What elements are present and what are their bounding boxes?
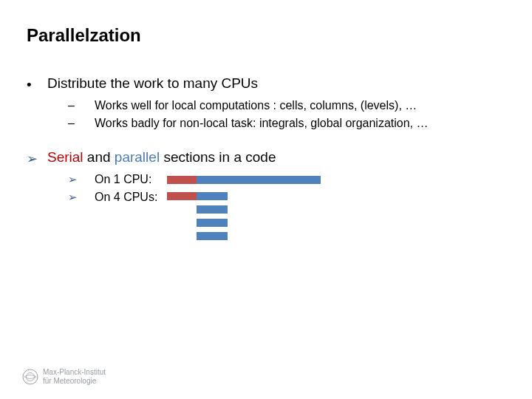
- bar-line: [167, 205, 228, 214]
- segment-parallel: [197, 232, 228, 240]
- segment-parallel: [197, 192, 228, 200]
- sub-list: – Works well for local computations : ce…: [68, 99, 505, 130]
- bar-line: [167, 192, 228, 200]
- footer-line2: für Meteorologie: [43, 377, 106, 386]
- institute-logo-icon: [22, 369, 38, 385]
- bullet-text-sections: Serial and parallel sections in a code: [47, 149, 276, 166]
- arrow-right-icon: ➢: [68, 191, 95, 204]
- dash-icon: –: [68, 117, 95, 130]
- segment-spacer: [167, 219, 197, 227]
- sub-item-works-well: – Works well for local computations : ce…: [68, 99, 505, 112]
- bullet-dot-icon: •: [27, 75, 47, 92]
- page-title: Parallelzation: [27, 25, 505, 46]
- cpu-list: ➢ On 1 CPU: ➢: [68, 173, 505, 240]
- cpu-row-4: ➢ On 4 CPUs:: [68, 191, 505, 240]
- segment-spacer: [167, 232, 197, 240]
- parallel-word: parallel: [115, 149, 160, 165]
- sub-text: Works well for local computations : cell…: [95, 99, 505, 112]
- segment-serial: [167, 176, 197, 184]
- dash-icon: –: [68, 99, 95, 112]
- segment-serial: [167, 192, 197, 200]
- segment-parallel: [197, 176, 321, 184]
- cpu-label-1: On 1 CPU:: [95, 173, 164, 186]
- slide: Parallelzation • Distribute the work to …: [0, 0, 532, 399]
- footer-logo: Max-Planck-Institut für Meteorologie: [22, 368, 106, 386]
- cpu-row-1: ➢ On 1 CPU:: [68, 173, 505, 186]
- bars-1cpu: [167, 176, 321, 184]
- arrow-right-icon: ➢: [68, 173, 95, 186]
- sub-text: Works badly for non-local task: integral…: [95, 117, 505, 130]
- bullet-text: Distribute the work to many CPUs: [47, 75, 258, 92]
- svg-point-0: [23, 369, 38, 384]
- bar-line: [167, 176, 321, 184]
- segment-parallel: [197, 205, 228, 214]
- bars-4cpu: [167, 192, 228, 240]
- bullet-item-distribute: • Distribute the work to many CPUs – Wor…: [27, 75, 505, 130]
- slide-content: • Distribute the work to many CPUs – Wor…: [27, 75, 505, 240]
- footer-line1: Max-Planck-Institut: [43, 368, 106, 377]
- bullet-item-sections: ➢ Serial and parallel sections in a code…: [27, 149, 505, 240]
- mid-text: and: [83, 149, 115, 165]
- suffix-text: sections in a code: [160, 149, 276, 165]
- footer-text: Max-Planck-Institut für Meteorologie: [43, 368, 106, 386]
- cpu-label-4: On 4 CPUs:: [95, 191, 164, 204]
- segment-parallel: [197, 219, 228, 227]
- bullet-list: • Distribute the work to many CPUs – Wor…: [27, 75, 505, 240]
- arrow-right-icon: ➢: [27, 149, 47, 166]
- bar-line: [167, 232, 228, 240]
- segment-spacer: [167, 205, 197, 214]
- svg-point-1: [27, 373, 35, 381]
- sub-item-works-badly: – Works badly for non-local task: integr…: [68, 117, 505, 130]
- serial-word: Serial: [47, 149, 83, 165]
- bar-line: [167, 219, 228, 227]
